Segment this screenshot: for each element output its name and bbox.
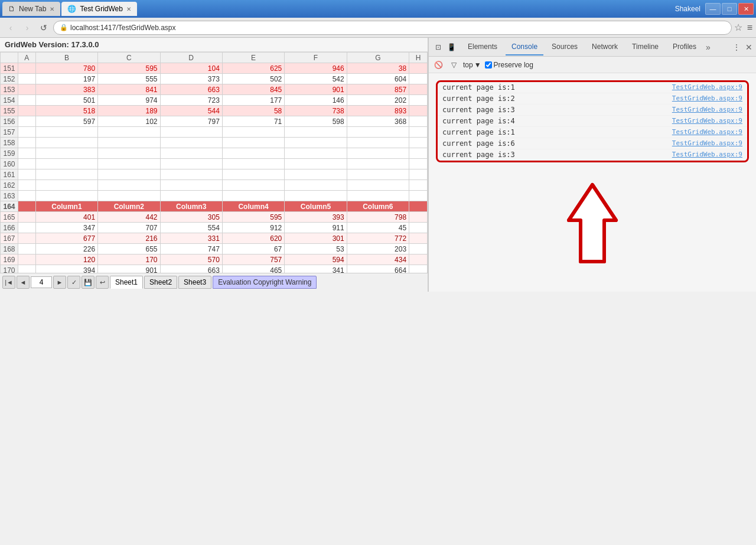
active-tab-icon: 🌐 <box>67 5 76 13</box>
console-source-link[interactable]: TestGridWeb.aspx:9 <box>672 94 742 102</box>
devtools-settings-icon[interactable]: ⋮ <box>732 43 741 52</box>
reload-button[interactable]: ↺ <box>37 21 51 35</box>
col-f: F <box>285 53 347 63</box>
sheet3-tab[interactable]: Sheet3 <box>178 276 211 289</box>
console-entry: current page is:1TestGridWeb.aspx:9 <box>438 82 747 93</box>
console-message: current page is:2 <box>442 94 667 103</box>
next-page-button[interactable]: ► <box>53 276 66 289</box>
table-row: 15178059510462594638 <box>1 63 428 74</box>
grid-footer: |◄ ◄ ► ✓ 💾 ↩ Sheet1 Sheet2 Sheet3 Evalua… <box>0 273 428 292</box>
tab-network[interactable]: Network <box>586 39 624 56</box>
devtools-tab-bar: ⊡ 📱 Elements Console Sources Network Tim… <box>429 38 756 57</box>
tab-profiles[interactable]: Profiles <box>667 39 702 56</box>
tab-sources[interactable]: Sources <box>546 39 584 56</box>
console-entry: current page is:2TestGridWeb.aspx:9 <box>438 93 747 105</box>
grid-container: A B C D E F G H 151780595104625946381521… <box>0 52 428 273</box>
console-source-link[interactable]: TestGridWeb.aspx:9 <box>672 128 742 136</box>
lock-icon: 🔒 <box>60 24 68 31</box>
console-entries: current page is:1TestGridWeb.aspx:9curre… <box>438 82 747 161</box>
user-label: Shakeel <box>675 5 700 13</box>
table-row: 160 <box>1 159 428 169</box>
minimize-button[interactable]: — <box>705 3 721 15</box>
console-message: current page is:1 <box>442 83 667 92</box>
forward-button[interactable]: › <box>20 21 34 35</box>
console-message: current page is:6 <box>442 139 667 148</box>
row-number: 154 <box>1 95 18 106</box>
filter-button[interactable]: ▽ <box>448 59 460 71</box>
check-button[interactable]: ✓ <box>67 276 80 289</box>
context-dropdown[interactable]: top ▼ <box>463 61 481 69</box>
tab-elements[interactable]: Elements <box>462 39 503 56</box>
menu-icon[interactable]: ≡ <box>747 22 752 33</box>
table-row: 161 <box>1 169 428 180</box>
console-entry: current page is:1TestGridWeb.aspx:9 <box>438 127 747 138</box>
main-content: GridWeb Version: 17.3.0.0 A B C D E F <box>0 38 756 292</box>
first-page-button[interactable]: |◄ <box>2 276 15 289</box>
col-b: B <box>35 53 97 63</box>
preserve-log-option[interactable]: Preserve log <box>485 61 533 69</box>
tab-timeline[interactable]: Timeline <box>626 39 664 56</box>
tab-console[interactable]: Console <box>506 39 543 56</box>
col-e: E <box>222 53 284 63</box>
arrow-annotation <box>429 167 756 279</box>
console-message: current page is:1 <box>442 128 667 136</box>
new-tab-label: New Tab <box>19 5 46 13</box>
table-row: 15551818954458738893 <box>1 106 428 116</box>
table-row: 154501974723177146202 <box>1 95 428 106</box>
maximize-button[interactable]: □ <box>722 3 737 15</box>
bookmark-icon[interactable]: ☆ <box>734 22 742 33</box>
devtools-more-icon[interactable]: » <box>706 43 711 52</box>
new-tab-close[interactable]: ✕ <box>50 6 54 12</box>
table-row: 163 <box>1 191 428 201</box>
sheet1-tab[interactable]: Sheet1 <box>110 276 143 289</box>
page-bottom-area <box>0 292 756 546</box>
table-row: 169120170570757594434 <box>1 254 428 265</box>
devtools-device-icon[interactable]: 📱 <box>445 41 457 53</box>
console-output-box: current page is:1TestGridWeb.aspx:9curre… <box>436 80 749 162</box>
console-message: current page is:4 <box>442 117 667 125</box>
col-header-row: A B C D E F G H <box>1 53 428 63</box>
clear-console-button[interactable]: 🚫 <box>432 59 444 71</box>
devtools-close-icon[interactable]: ✕ <box>745 43 752 52</box>
row-number: 156 <box>1 116 18 127</box>
console-message: current page is:3 <box>442 151 667 159</box>
eval-tab[interactable]: Evaluation Copyright Warning <box>213 276 317 289</box>
svg-marker-1 <box>569 185 616 262</box>
close-button[interactable]: ✕ <box>738 3 754 15</box>
table-row: 152197555373502542604 <box>1 74 428 84</box>
preserve-log-checkbox[interactable] <box>485 61 492 68</box>
table-row: 157 <box>1 127 428 138</box>
address-bar[interactable]: 🔒 localhost:1417/TestGridWeb.aspx <box>53 21 732 35</box>
prev-page-button[interactable]: ◄ <box>17 276 30 289</box>
console-source-link[interactable]: TestGridWeb.aspx:9 <box>672 106 742 113</box>
row-number: 158 <box>1 138 18 148</box>
console-source-link[interactable]: TestGridWeb.aspx:9 <box>672 117 742 125</box>
console-entry: current page is:3TestGridWeb.aspx:9 <box>438 105 747 116</box>
sheet2-tab[interactable]: Sheet2 <box>144 276 177 289</box>
devtools-panel: ⊡ 📱 Elements Console Sources Network Tim… <box>428 38 756 292</box>
console-source-link[interactable]: TestGridWeb.aspx:9 <box>672 151 742 158</box>
new-tab[interactable]: 🗋 New Tab ✕ <box>2 2 60 16</box>
page-input[interactable] <box>31 276 52 288</box>
console-source-link[interactable]: TestGridWeb.aspx:9 <box>672 139 742 147</box>
table-row: 16634770755491291145 <box>1 223 428 233</box>
row-number: 159 <box>1 148 18 159</box>
spreadsheet-table: A B C D E F G H 151780595104625946381521… <box>0 52 428 273</box>
active-tab-close[interactable]: ✕ <box>126 6 131 12</box>
table-row: 167677216331620301772 <box>1 233 428 244</box>
active-tab[interactable]: 🌐 Test GridWeb ✕ <box>61 2 136 16</box>
console-message: current page is:3 <box>442 106 667 114</box>
row-number: 160 <box>1 159 18 169</box>
console-source-link[interactable]: TestGridWeb.aspx:9 <box>672 83 742 91</box>
row-number: 155 <box>1 106 18 116</box>
devtools-inspect-icon[interactable]: ⊡ <box>432 41 444 53</box>
save-button[interactable]: 💾 <box>82 276 94 289</box>
col-c: C <box>98 53 160 63</box>
console-toolbar: 🚫 ▽ top ▼ Preserve log <box>429 57 756 73</box>
new-tab-icon: 🗋 <box>8 5 15 13</box>
back-button[interactable]: ‹ <box>4 21 18 35</box>
col-g: G <box>347 53 409 63</box>
console-entry: current page is:4TestGridWeb.aspx:9 <box>438 116 747 127</box>
undo-button[interactable]: ↩ <box>96 276 109 289</box>
dropdown-arrow-icon: ▼ <box>474 61 481 69</box>
